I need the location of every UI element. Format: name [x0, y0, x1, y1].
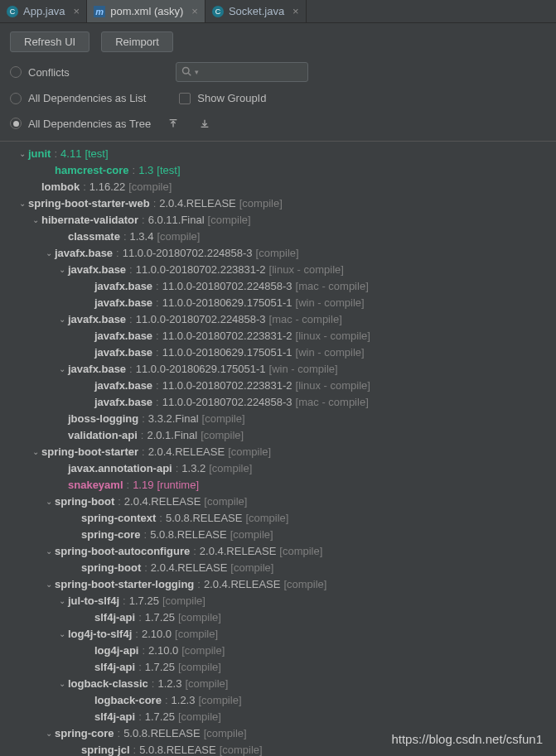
separator: :	[152, 677, 155, 690]
dependency-version: 5.0.8.RELEASE	[139, 744, 216, 756]
separator: :	[165, 694, 168, 706]
chevron-down-icon[interactable]	[56, 315, 68, 324]
tree-node[interactable]: log4j-api:2.10.0 [compile]	[0, 642, 556, 658]
checkbox-icon	[179, 93, 191, 104]
tree-node[interactable]: hamcrest-core:1.3 [test]	[0, 161, 556, 178]
dependency-version: 11.0.0-20180702.223831-2	[136, 263, 266, 276]
chevron-down-icon[interactable]	[43, 497, 55, 506]
chevron-down-icon[interactable]	[17, 149, 28, 158]
dependency-version: 6.0.11.Final	[148, 214, 205, 226]
collapse-all-icon[interactable]	[196, 114, 214, 132]
expand-all-icon[interactable]	[164, 114, 182, 132]
dependency-name: spring-boot-starter-web	[28, 197, 150, 209]
chevron-down-icon[interactable]	[30, 447, 41, 456]
dependency-version: 5.0.8.RELEASE	[150, 528, 227, 541]
tree-node[interactable]: spring-boot:2.0.4.RELEASE [compile]	[0, 559, 556, 575]
chevron-down-icon[interactable]	[56, 679, 68, 688]
close-icon[interactable]: ×	[191, 5, 198, 17]
dependency-version: 5.0.8.RELEASE	[123, 727, 201, 739]
tree-node[interactable]: javafx.base:11.0.0-20180702.224858-3 [co…	[0, 244, 556, 261]
tree-node[interactable]: slf4j-api:1.7.25 [compile]	[0, 658, 556, 675]
tree-node[interactable]: classmate:1.3.4 [compile]	[0, 228, 556, 244]
tree-node[interactable]: spring-boot-starter-logging:2.0.4.RELEAS…	[0, 575, 556, 592]
reimport-button[interactable]: Reimport	[101, 31, 173, 52]
tree-node[interactable]: log4j-to-slf4j:2.10.0 [compile]	[0, 625, 556, 642]
tree-node[interactable]: spring-boot-starter-web:2.0.4.RELEASE [c…	[0, 195, 556, 211]
tree-node[interactable]: spring-boot:2.0.4.RELEASE [compile]	[0, 493, 556, 509]
chevron-down-icon[interactable]	[56, 265, 68, 274]
chevron-down-icon[interactable]	[43, 248, 55, 258]
dependency-name: spring-core	[55, 727, 114, 739]
tree-node[interactable]: spring-boot-autoconfigure:2.0.4.RELEASE …	[0, 542, 556, 559]
tree-node[interactable]: hibernate-validator:6.0.11.Final [compil…	[0, 211, 556, 228]
close-icon[interactable]: ×	[293, 5, 299, 17]
dependency-version: 1.7.25	[145, 661, 175, 673]
tree-node[interactable]: javafx.base:11.0.0-20180702.224858-3 [ma…	[0, 311, 556, 327]
dependency-name: javafx.base	[94, 330, 152, 342]
chevron-down-icon[interactable]	[56, 629, 68, 638]
dependency-version: 1.2.3	[172, 694, 196, 706]
tree-node[interactable]: javafx.base:11.0.0-20180702.223831-2 [li…	[0, 261, 556, 277]
tree-node[interactable]: validation-api:2.0.1.Final [compile]	[0, 426, 556, 443]
search-field[interactable]	[202, 66, 302, 79]
separator: :	[129, 263, 133, 276]
tree-node[interactable]: junit:4.11 [test]	[0, 145, 556, 161]
chevron-down-icon[interactable]	[17, 199, 28, 208]
close-icon[interactable]: ×	[74, 5, 80, 17]
chevron-down-icon[interactable]	[43, 729, 55, 738]
dependency-version: 11.0.0-20180702.224858-3	[123, 247, 253, 259]
tree-node[interactable]: spring-boot-starter:2.0.4.RELEASE [compi…	[0, 443, 556, 460]
all-deps-tree-radio[interactable]: All Dependencies as Tree	[10, 118, 151, 130]
tree-node[interactable]: javafx.base:11.0.0-20180702.224858-3 [ma…	[0, 393, 556, 410]
tab-label: pom.xml (asky)	[110, 5, 183, 17]
tree-node[interactable]: slf4j-api:1.7.25 [compile]	[0, 609, 556, 625]
tree-node[interactable]: javafx.base:11.0.0-20180629.175051-1 [wi…	[0, 344, 556, 360]
tree-node[interactable]: slf4j-api:1.7.25 [compile]	[0, 708, 556, 725]
chevron-down-icon[interactable]	[56, 364, 68, 373]
dependency-name: javafx.base	[94, 379, 152, 392]
separator: :	[144, 561, 147, 574]
tree-node[interactable]: javax.annotation-api:1.3.2 [compile]	[0, 460, 556, 476]
chevron-down-icon[interactable]	[30, 215, 41, 224]
dependency-version: 1.19	[133, 479, 153, 491]
chevron-down-icon[interactable]	[43, 580, 55, 589]
all-deps-list-radio[interactable]: All Dependencies as List	[10, 92, 146, 104]
tree-node[interactable]: logback-core:1.2.3 [compile]	[0, 691, 556, 708]
dependency-scope: [compile]	[204, 495, 247, 508]
chevron-down-icon[interactable]	[43, 547, 55, 556]
refresh-ui-button[interactable]: Refresh UI	[10, 31, 89, 52]
tree-node[interactable]: javafx.base:11.0.0-20180702.224858-3 [ma…	[0, 277, 556, 294]
tab-pom-xml[interactable]: m pom.xml (asky) ×	[87, 0, 205, 22]
tree-node[interactable]: jboss-logging:3.3.2.Final [compile]	[0, 410, 556, 426]
tree-node[interactable]: jul-to-slf4j:1.7.25 [compile]	[0, 592, 556, 609]
search-input[interactable]: ▾	[176, 62, 308, 82]
dependency-scope: [compile]	[279, 545, 322, 557]
dependency-name: snakeyaml	[68, 479, 123, 491]
dependency-scope: [compile]	[162, 595, 205, 607]
tree-node[interactable]: snakeyaml:1.19 [runtime]	[0, 476, 556, 493]
tree-node[interactable]: lombok:1.16.22 [compile]	[0, 178, 556, 195]
conflicts-radio[interactable]: Conflicts	[10, 66, 70, 79]
dependency-name: spring-boot-starter	[41, 445, 138, 458]
dependency-scope: [compile]	[178, 661, 221, 673]
dependency-name: log4j-to-slf4j	[68, 628, 132, 640]
tree-node[interactable]: javafx.base:11.0.0-20180629.175051-1 [wi…	[0, 360, 556, 377]
tab-app-java[interactable]: C App.java ×	[0, 0, 87, 22]
dependency-version: 2.10.0	[142, 628, 172, 640]
tree-node[interactable]: spring-core:5.0.8.RELEASE [compile]	[0, 526, 556, 542]
tree-node[interactable]: logback-classic:1.2.3 [compile]	[0, 675, 556, 691]
dependency-name: javafx.base	[94, 346, 152, 359]
chevron-down-icon[interactable]	[56, 596, 68, 605]
show-groupid-checkbox[interactable]: Show GroupId	[179, 92, 266, 104]
tree-node[interactable]: javafx.base:11.0.0-20180702.223831-2 [li…	[0, 377, 556, 393]
dependency-name: hibernate-validator	[41, 214, 138, 226]
tab-socket-java[interactable]: C Socket.java ×	[205, 0, 307, 22]
separator: :	[142, 412, 145, 425]
tree-node[interactable]: javafx.base:11.0.0-20180702.223831-2 [li…	[0, 327, 556, 344]
separator: :	[142, 214, 145, 226]
dependency-name: spring-context	[81, 512, 156, 524]
tree-node[interactable]: spring-context:5.0.8.RELEASE [compile]	[0, 509, 556, 526]
dependency-scope: [win - compile]	[269, 363, 338, 375]
dependency-version: 11.0.0-20180702.223831-2	[162, 330, 293, 342]
tree-node[interactable]: javafx.base:11.0.0-20180629.175051-1 [wi…	[0, 294, 556, 311]
